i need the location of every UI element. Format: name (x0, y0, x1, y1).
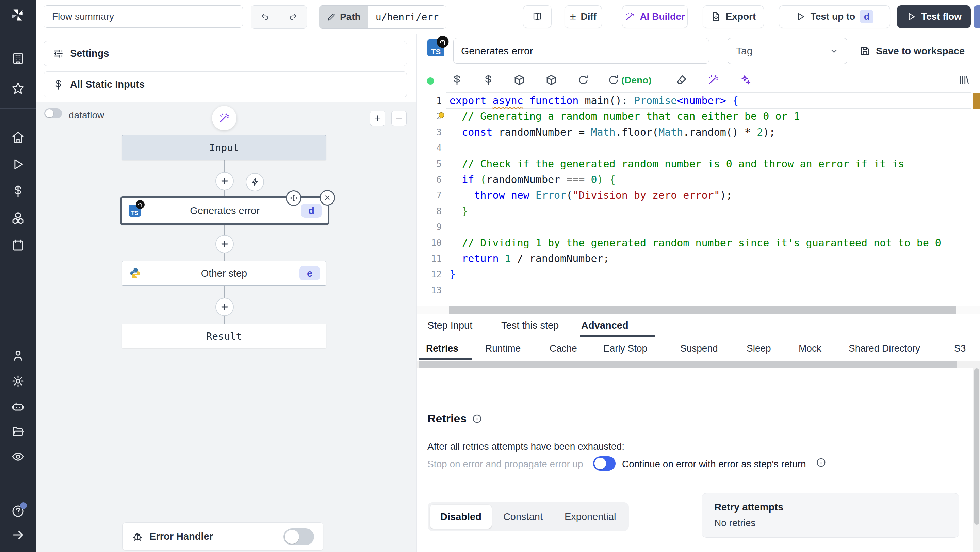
sidebar-item-help[interactable] (11, 504, 25, 518)
move-icon (290, 194, 298, 202)
wand-button[interactable] (707, 74, 719, 86)
brush-button[interactable] (675, 74, 687, 86)
code-line[interactable]: if (randomNumber === 0) { (450, 172, 970, 188)
sparkles-button[interactable] (739, 74, 751, 86)
code-line[interactable]: const randomNumber = Math.floor(Math.ran… (450, 124, 970, 140)
sidebar-item-calendar[interactable] (11, 238, 25, 252)
package-button[interactable] (513, 74, 525, 86)
subtab-mock[interactable]: Mock (799, 343, 821, 354)
diff-button[interactable]: ± Diff (565, 5, 602, 28)
dataflow-toggle[interactable] (44, 108, 62, 118)
code-line[interactable]: // Check if the generated random number … (450, 156, 970, 172)
package-button[interactable] (545, 74, 557, 86)
sidebar-item-cubes[interactable] (11, 212, 25, 225)
deno-runtime-label[interactable]: (Deno) (621, 75, 652, 86)
delete-step-button[interactable] (320, 190, 335, 205)
line-number: 13 (417, 282, 442, 298)
subtab-sleep[interactable]: Sleep (746, 343, 771, 354)
sidebar-item-arrow-right[interactable] (11, 528, 25, 542)
info-icon[interactable] (472, 414, 482, 424)
retry-mode-disabled[interactable]: Disabled (430, 505, 492, 528)
tab-test-this-step[interactable]: Test this step (501, 320, 559, 331)
info-icon[interactable] (816, 457, 826, 468)
code-line[interactable] (450, 140, 970, 156)
subtab-retries[interactable]: Retries (426, 343, 458, 354)
refresh-button[interactable] (608, 74, 620, 86)
path-chip[interactable]: Path (319, 6, 368, 28)
undo-button[interactable] (251, 6, 279, 28)
subtab-shared-directory[interactable]: Shared Directory (849, 343, 920, 354)
lightbulb-icon[interactable] (436, 111, 447, 121)
code-line[interactable]: return 1 / randomNumber; (450, 251, 970, 266)
refresh-button[interactable] (577, 74, 589, 86)
code-line[interactable] (450, 282, 970, 298)
error-handler-toggle[interactable] (283, 528, 314, 545)
insert-step-button[interactable] (215, 172, 234, 190)
dollar-button[interactable] (451, 74, 463, 86)
arrow-right-icon (11, 528, 25, 542)
subtab-cache[interactable]: Cache (550, 343, 577, 354)
input-node[interactable]: Input (122, 135, 326, 160)
robot-icon (11, 400, 25, 414)
test-flow-button[interactable]: Test flow (897, 5, 971, 28)
path-value[interactable]: u/henri/err (368, 6, 446, 28)
export-button[interactable]: Export (703, 5, 764, 28)
save-to-workspace-button[interactable]: Save to workspace (859, 38, 965, 64)
subtab-s3[interactable]: S3 (954, 343, 966, 354)
flow-ai-button[interactable] (212, 106, 237, 130)
step-node-other-step[interactable]: Other step e (122, 261, 326, 286)
panel-vertical-scrollbar[interactable] (973, 368, 980, 552)
dollar-button[interactable] (482, 74, 495, 86)
code-line[interactable]: // Generating a random number that can e… (450, 108, 970, 124)
subtab-early-stop[interactable]: Early Stop (603, 343, 647, 354)
code-line[interactable] (450, 219, 970, 235)
library-button[interactable] (958, 74, 970, 86)
package-icon (545, 74, 557, 86)
sidebar-item-folder[interactable] (11, 425, 25, 438)
sidebar-item-robot[interactable] (11, 400, 25, 414)
sidebar-item-person[interactable] (11, 349, 25, 363)
sidebar-item-gear[interactable] (11, 374, 25, 388)
error-handler-card[interactable]: Error Handler (123, 522, 323, 550)
sidebar-item-home[interactable] (11, 131, 25, 144)
continue-on-error-toggle[interactable] (593, 457, 616, 471)
subtabs-scrollbar[interactable] (417, 361, 980, 368)
all-static-inputs-card[interactable]: All Static Inputs (43, 72, 407, 97)
code-line[interactable]: } (450, 266, 970, 282)
tab-step-input[interactable]: Step Input (427, 320, 472, 331)
step-name-input[interactable] (453, 38, 709, 64)
path-group[interactable]: Path u/henri/err (319, 5, 447, 29)
code-line[interactable]: throw new Error("Division by zero error"… (450, 188, 970, 203)
sidebar-item-building[interactable] (11, 52, 25, 65)
clipped-dropdown-button[interactable] (974, 5, 980, 28)
code-editor[interactable]: 12345678910111213 export async function … (417, 92, 980, 306)
flow-summary-input[interactable] (43, 5, 243, 27)
graph-zoom-in-button[interactable]: + (370, 111, 385, 126)
subtab-runtime[interactable]: Runtime (485, 343, 520, 354)
windmill-logo-icon[interactable] (9, 6, 27, 24)
retry-mode-exponential[interactable]: Exponential (554, 505, 627, 528)
graph-zoom-out-button[interactable]: − (391, 111, 407, 126)
retry-mode-constant[interactable]: Constant (493, 505, 553, 528)
tab-advanced[interactable]: Advanced (581, 320, 628, 331)
ai-builder-button[interactable]: AI Builder (622, 5, 688, 28)
code-line[interactable]: // Dividing 1 by the generated random nu… (450, 235, 970, 251)
trigger-button[interactable] (246, 173, 264, 191)
subtab-suspend[interactable]: Suspend (680, 343, 718, 354)
sidebar-item-eye[interactable] (11, 450, 25, 463)
code-line[interactable]: export async function main(): Promise<nu… (450, 93, 970, 108)
test-up-to-button[interactable]: Test up to d (779, 5, 890, 28)
result-node[interactable]: Result (122, 324, 326, 348)
redo-button[interactable] (279, 6, 307, 28)
flow-settings-card[interactable]: Settings (43, 41, 407, 66)
sidebar-item-dollar[interactable] (11, 185, 25, 198)
code-line[interactable]: } (450, 204, 970, 219)
docs-button[interactable] (523, 5, 552, 28)
tag-select[interactable]: Tag (727, 38, 847, 64)
insert-step-button[interactable] (215, 235, 234, 253)
code-horizontal-scrollbar[interactable] (417, 306, 980, 314)
insert-step-button[interactable] (215, 298, 234, 316)
sidebar-item-play[interactable] (11, 157, 25, 171)
sidebar-item-star[interactable] (11, 82, 25, 95)
move-step-button[interactable] (286, 190, 301, 206)
